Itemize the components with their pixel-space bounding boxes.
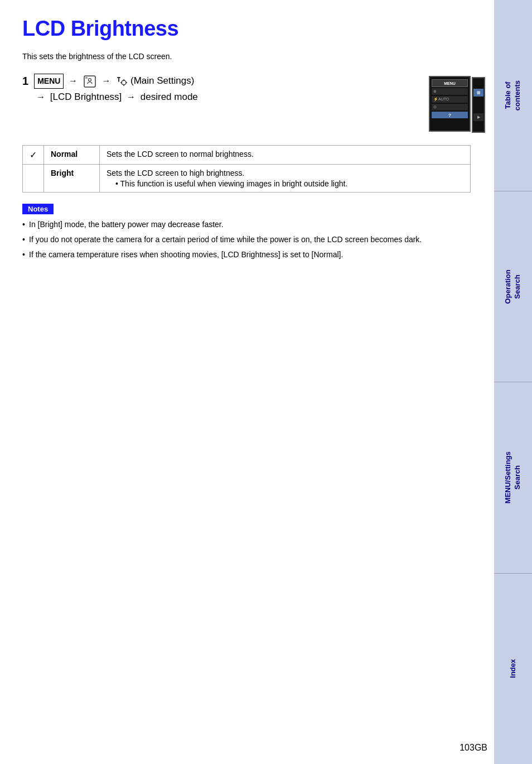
notes-badge: Notes [22, 204, 54, 214]
table-row-normal: ✓ Normal Sets the LCD screen to normal b… [23, 146, 471, 165]
step-number: 1 [22, 73, 28, 89]
sidebar-toc-label: Table ofcontents [504, 80, 523, 110]
svg-point-1 [88, 78, 91, 81]
page-number-text: 103GB [460, 743, 487, 752]
intro-text: This sets the brightness of the LCD scre… [22, 52, 471, 61]
table-row-bright: Bright Sets the LCD screen to high brigh… [23, 165, 471, 193]
main-content: LCD Brightness This sets the brightness … [0, 0, 493, 286]
mode-label-normal: Normal [51, 150, 78, 158]
checkmark-icon: ✓ [30, 150, 37, 160]
notes-item-3: If the camera temperature rises when sho… [22, 249, 471, 261]
sidebar-item-toc[interactable]: Table ofcontents [494, 0, 532, 191]
arrow-4-icon: → [127, 92, 136, 102]
table-cell-checkmark-bright [23, 165, 44, 193]
notes-section: Notes In [Bright] mode, the battery powe… [22, 204, 471, 261]
settings-table: ✓ Normal Sets the LCD screen to normal b… [22, 145, 471, 193]
sidebar-index-label: Index [509, 659, 518, 678]
sidebar-item-menu-settings[interactable]: MENU/SettingsSearch [494, 382, 532, 574]
table-cell-mode-normal: Normal [44, 146, 100, 165]
right-sidebar: Table ofcontents OperationSearch MENU/Se… [494, 0, 532, 764]
main-settings-icon [115, 75, 130, 86]
svg-rect-2 [85, 77, 88, 79]
arrow-2-icon: → [102, 76, 111, 85]
notes-list: In [Bright] mode, the battery power may … [22, 219, 471, 261]
instruction-text: MENU → → [34, 73, 412, 105]
arrow-icon: → [69, 76, 78, 85]
mode-label-bright: Bright [51, 169, 74, 177]
table-cell-checkmark-normal: ✓ [23, 146, 44, 165]
table-cell-desc-bright: Sets the LCD screen to high brightness. … [100, 165, 471, 193]
settings-icon [84, 75, 96, 88]
svg-point-3 [122, 80, 126, 85]
notes-item-2: If you do not operate the camera for a c… [22, 234, 471, 246]
instruction-block: 1 MENU → [22, 73, 471, 132]
sidebar-item-index[interactable]: Index [494, 574, 532, 765]
page-title: LCD Brightness [22, 17, 471, 41]
camera-menu-image: MENU ⊕ ⚡AUTO ⊙ ? ▦ [429, 76, 471, 132]
page-number: 103GB [460, 743, 487, 753]
table-sub-bullet: • This function is useful when viewing i… [115, 179, 463, 188]
table-cell-desc-normal: Sets the LCD screen to normal brightness… [100, 146, 471, 165]
sidebar-menu-label: MENU/SettingsSearch [504, 451, 523, 503]
arrow-3-icon: → [36, 92, 45, 102]
notes-item-1: In [Bright] mode, the battery power may … [22, 219, 471, 230]
table-cell-mode-bright: Bright [44, 165, 100, 193]
sidebar-operation-label: OperationSearch [504, 270, 523, 304]
menu-key: MENU [34, 74, 64, 89]
sidebar-item-operation-search[interactable]: OperationSearch [494, 191, 532, 383]
